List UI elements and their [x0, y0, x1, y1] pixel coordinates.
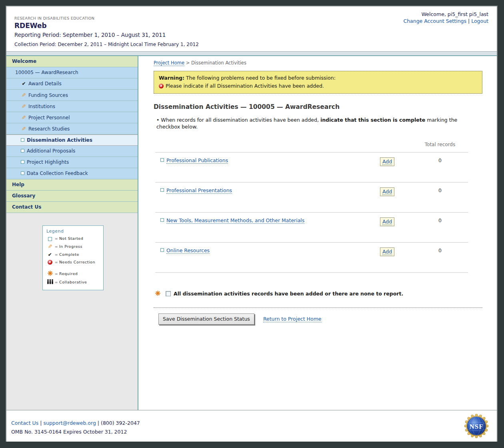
online-resources-link[interactable]: Online Resources — [166, 247, 210, 254]
sidebar: Welcome 100005 — AwardResearch ✔Award De… — [6, 56, 138, 410]
legend-title: Legend — [46, 229, 100, 234]
warning-item: Please indicate if all Dissemination Act… — [166, 83, 324, 89]
return-to-project-home-link[interactable]: Return to Project Home — [263, 316, 322, 322]
main-content: Project Home > Dissemination Activities … — [138, 56, 497, 410]
legend-box: Legend = Not Started ✎ = In Progress ✔ =… — [42, 225, 104, 290]
breadcrumb-project-home-link[interactable]: Project Home — [154, 60, 184, 66]
brand-block: RESEARCH IN DISABILITIES EDUCATION RDEWe… — [14, 16, 199, 47]
sidebar-item-dissemination-activities[interactable]: Dissemination Activities — [6, 135, 138, 146]
footer-contact-line: Contact Us | support@rdeweb.org | (800) … — [11, 420, 140, 426]
sidebar-item-research-studies[interactable]: ✎Research Studies — [6, 123, 138, 135]
in-progress-pencil-icon: ✎ — [21, 101, 27, 112]
breadcrumb-separator: > — [186, 60, 190, 66]
record-count: 0 — [412, 187, 468, 193]
sidebar-item-glossary[interactable]: Glossary — [6, 191, 138, 202]
new-tools-link[interactable]: New Tools, Measurement Methods, and Othe… — [166, 217, 304, 224]
save-section-status-button[interactable]: Save Dissemination Section Status — [158, 313, 254, 325]
complete-check-icon: ✔ — [46, 252, 54, 257]
not-started-square-icon — [160, 248, 164, 252]
in-progress-pencil-icon: ✎ — [21, 90, 27, 100]
error-icon: ✘ — [159, 84, 164, 88]
warning-title: Warning: — [159, 75, 184, 81]
complete-check-icon: ✔ — [21, 78, 27, 89]
legend-item-collaborative: = Collaborative — [46, 279, 100, 285]
sidebar-item-project-highlights[interactable]: Project Highlights — [6, 157, 138, 168]
nsf-logo-icon: NSF — [464, 414, 489, 438]
not-started-square-icon — [21, 149, 24, 153]
records-table: Total records Professional Publications … — [155, 142, 468, 273]
legend-item-required: = Required — [46, 271, 100, 277]
in-progress-pencil-icon: ✎ — [21, 123, 27, 134]
sidebar-item-funding-sources[interactable]: ✎Funding Sources — [6, 90, 138, 101]
record-count: 0 — [412, 157, 468, 163]
not-started-square-icon — [160, 218, 164, 222]
sidebar-item-welcome[interactable]: Welcome — [6, 56, 138, 67]
total-records-label: Total records — [412, 142, 468, 147]
footer-contact-us-link[interactable]: Contact Us — [11, 420, 38, 426]
sidebar-item-contact-us[interactable]: Contact Us — [6, 202, 138, 213]
required-star-icon — [46, 271, 54, 277]
actions-row: Save Dissemination Section Status Return… — [154, 313, 482, 325]
legend-item-in-progress: ✎ = In Progress — [46, 243, 100, 249]
brand-tagline: RESEARCH IN DISABILITIES EDUCATION — [14, 16, 199, 20]
not-started-square-icon — [21, 171, 24, 175]
add-button[interactable]: Add — [380, 157, 394, 166]
footer: Contact Us | support@rdeweb.org | (800) … — [6, 410, 497, 442]
professional-presentations-link[interactable]: Professional Presentations — [166, 187, 232, 194]
user-block: Welcome, pi5_first pi5_last Change Accou… — [403, 11, 488, 24]
section-complete-row: All dissemination activities records hav… — [154, 291, 482, 297]
collaborative-people-icon — [46, 279, 54, 285]
table-row: Professional Publications Add 0 — [155, 152, 468, 182]
table-row: Online Resources Add 0 — [155, 242, 468, 272]
section-complete-label: All dissemination activities records hav… — [174, 291, 403, 297]
add-button[interactable]: Add — [380, 247, 394, 256]
record-count: 0 — [412, 247, 468, 253]
in-progress-pencil-icon: ✎ — [21, 112, 27, 123]
add-button[interactable]: Add — [380, 217, 394, 226]
add-button[interactable]: Add — [380, 187, 394, 196]
table-header: Total records — [155, 142, 468, 152]
warning-message: The following problems need to be fixed … — [184, 75, 336, 81]
reporting-period: Reporting Period: September 1, 2010 – Au… — [14, 32, 199, 38]
footer-support-email-link[interactable]: support@rdeweb.org — [43, 420, 96, 426]
warning-box: Warning: The following problems need to … — [154, 71, 482, 94]
sidebar-item-data-collection-feedback[interactable]: Data Collection Feedback — [6, 168, 138, 179]
legend-item-not-started: = Not Started — [46, 236, 100, 241]
sidebar-item-award-details[interactable]: ✔Award Details — [6, 78, 138, 90]
app-title: RDEWeb — [14, 22, 199, 30]
logout-link[interactable]: Logout — [471, 18, 488, 24]
page-title: Dissemination Activities — 100005 — Awar… — [154, 103, 482, 110]
in-progress-pencil-icon: ✎ — [46, 243, 54, 249]
sidebar-item-additional-proposals[interactable]: Additional Proposals — [6, 146, 138, 157]
table-row: New Tools, Measurement Methods, and Othe… — [155, 212, 468, 242]
instruction-text: • When records for all dissemination act… — [154, 117, 478, 131]
change-account-settings-link[interactable]: Change Account Settings — [403, 18, 466, 24]
not-started-square-icon — [21, 160, 24, 164]
required-star-icon — [155, 291, 160, 297]
header: RESEARCH IN DISABILITIES EDUCATION RDEWe… — [6, 6, 497, 51]
not-started-square-icon — [160, 158, 164, 162]
welcome-user: Welcome, pi5_first pi5_last — [403, 11, 488, 17]
needs-correction-icon: ✘ — [48, 260, 52, 265]
collection-period: Collection Period: December 2, 2011 – Mi… — [14, 42, 199, 47]
breadcrumb: Project Home > Dissemination Activities — [154, 60, 482, 66]
svg-text:NSF: NSF — [469, 423, 483, 430]
app-window: RESEARCH IN DISABILITIES EDUCATION RDEWe… — [6, 6, 498, 442]
sidebar-item-institutions[interactable]: ✎Institutions — [6, 101, 138, 112]
sidebar-item-help[interactable]: Help — [6, 179, 138, 191]
not-started-square-icon — [21, 138, 24, 142]
footer-phone: (800) 392-2047 — [101, 420, 140, 426]
header-divider-band — [6, 51, 497, 56]
not-started-square-icon — [160, 188, 164, 192]
legend-item-complete: ✔ = Complete — [46, 252, 100, 257]
breadcrumb-current: Dissemination Activities — [191, 60, 246, 66]
legend-item-needs-correction: ✘ = Needs Correction — [46, 260, 100, 265]
record-count: 0 — [412, 217, 468, 223]
sidebar-item-award[interactable]: 100005 — AwardResearch — [6, 67, 138, 78]
sidebar-item-project-personnel[interactable]: ✎Project Personnel — [6, 112, 138, 123]
table-row: Professional Presentations Add 0 — [155, 182, 468, 212]
professional-publications-link[interactable]: Professional Publications — [166, 157, 228, 164]
dotted-separator — [154, 307, 482, 308]
section-complete-checkbox[interactable] — [166, 291, 171, 296]
not-started-square-icon — [48, 237, 52, 241]
